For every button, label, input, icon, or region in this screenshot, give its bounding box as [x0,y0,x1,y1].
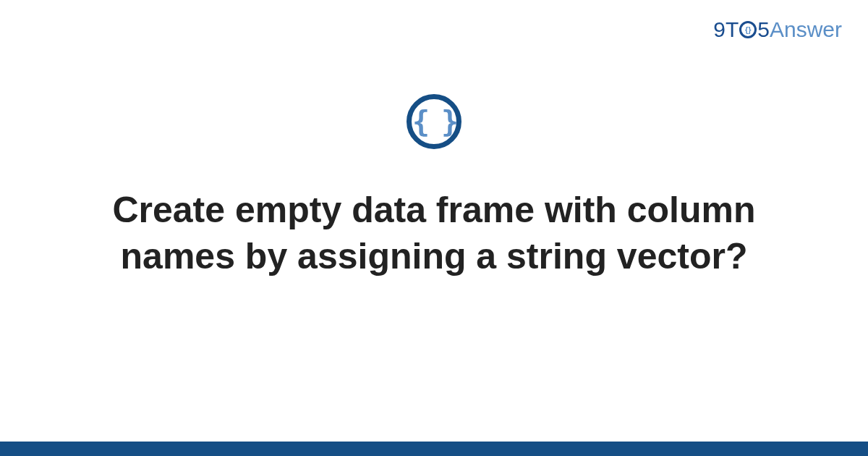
logo-circle-outer: {} [739,21,757,38]
logo-circle-inner-braces: {} [745,26,752,34]
logo-circle-o: {} [739,21,757,38]
site-logo: 9T {} 5 Answer [713,17,842,42]
logo-text-5: 5 [757,17,770,42]
logo-text-9t: 9T [713,17,739,42]
braces-glyph: { } [412,107,456,136]
logo-text-answer: Answer [770,17,842,42]
question-title: Create empty data frame with column name… [87,187,781,279]
code-braces-icon: { } [407,94,461,149]
footer-accent-bar [0,442,868,456]
main-content: { } Create empty data frame with column … [0,94,868,279]
